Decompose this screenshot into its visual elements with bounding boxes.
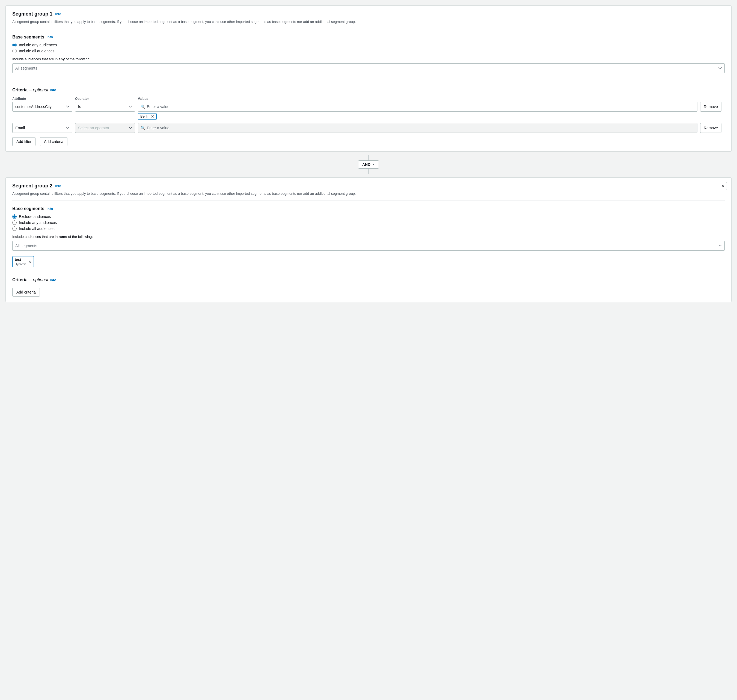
radio-include-all-2[interactable]: Include all audiences <box>12 226 725 231</box>
and-line-bottom <box>368 169 369 174</box>
base-segments-1-info-link[interactable]: Info <box>46 35 53 39</box>
value-input-wrapper-1: 🔍 <box>138 102 697 112</box>
remove-button-1[interactable]: Remove <box>700 102 721 112</box>
test-dynamic-tag-close[interactable]: ✕ <box>28 260 31 264</box>
and-chevron-icon: ▼ <box>372 163 375 166</box>
criteria-section-2: Criteria – optional Info Add criteria <box>12 273 725 297</box>
and-label: AND <box>362 162 370 167</box>
search-icon-2: 🔍 <box>141 126 145 130</box>
criteria-info-link-2[interactable]: Info <box>50 278 56 282</box>
search-icon-1: 🔍 <box>141 104 145 109</box>
and-connector: AND ▼ <box>6 151 731 177</box>
attribute-col-1: Attribute customerAddressCity <box>12 97 72 112</box>
remove-col-1: Remove <box>700 97 725 112</box>
radio-exclude-2-label: Exclude audiences <box>19 215 51 219</box>
radio-include-all-1-input[interactable] <box>12 49 17 53</box>
segment-group-2-header: Segment group 2 Info <box>12 183 725 189</box>
add-criteria-button-2[interactable]: Add criteria <box>12 288 40 297</box>
radio-exclude-2-input[interactable] <box>12 215 17 219</box>
remove-header-spacer <box>700 97 725 101</box>
values-header-1: Values <box>138 97 697 101</box>
test-dynamic-tag-name: test <box>15 257 27 262</box>
criteria-info-link-1[interactable]: Info <box>50 88 56 92</box>
value-input-wrapper-2: 🔍 <box>138 123 697 133</box>
radio-include-any-1[interactable]: Include any audiences <box>12 43 725 47</box>
radio-include-all-1[interactable]: Include all audiences <box>12 49 725 53</box>
add-filter-button-1[interactable]: Add filter <box>12 137 35 146</box>
operator-col-2: Select an operator <box>75 123 135 133</box>
operator-col-1: Operator Is <box>75 97 135 112</box>
radio-include-any-2[interactable]: Include any audiences <box>12 221 725 225</box>
base-segments-2-info-link[interactable]: Info <box>46 207 53 211</box>
segment-group-2-info-link[interactable]: Info <box>55 184 61 188</box>
segment-group-2-close-button[interactable]: × <box>719 182 727 190</box>
criteria-buttons-1: Add filter Add criteria <box>12 136 725 146</box>
base-segments-1-label: Base segments <box>12 35 44 40</box>
radio-include-all-2-input[interactable] <box>12 226 17 231</box>
and-line-top <box>368 155 369 160</box>
test-dynamic-tag: test Dynamic ✕ <box>12 256 34 267</box>
value-input-1[interactable] <box>138 102 697 112</box>
segment-group-2-title: Segment group 2 <box>12 183 52 189</box>
base-segments-2-radio-group: Exclude audiences Include any audiences … <box>12 215 725 231</box>
values-col-2: 🔍 <box>138 123 697 133</box>
include-label-2: Include audiences that are in none of th… <box>12 235 725 239</box>
operator-header-1: Operator <box>75 97 135 101</box>
berlin-tag-close[interactable]: ✕ <box>151 114 154 119</box>
berlin-tag-label: Berlin <box>140 114 149 118</box>
remove-button-2[interactable]: Remove <box>700 123 721 133</box>
value-input-2[interactable] <box>138 123 697 133</box>
segment-group-1: Segment group 1 Info A segment group con… <box>6 6 731 151</box>
attribute-select-1[interactable]: customerAddressCity <box>12 102 72 112</box>
criteria-title-1: Criteria – optional Info <box>12 88 725 93</box>
operator-select-1[interactable]: Is <box>75 102 135 112</box>
criteria-section-1: Criteria – optional Info Attribute custo… <box>12 83 725 146</box>
all-segments-dropdown-2[interactable]: All segments <box>12 241 725 251</box>
criteria-title-2: Criteria – optional Info <box>12 278 725 282</box>
radio-exclude-2[interactable]: Exclude audiences <box>12 215 725 219</box>
segment-group-1-title: Segment group 1 <box>12 11 52 17</box>
radio-include-all-1-label: Include all audiences <box>19 49 55 53</box>
base-segments-2-section-title: Base segments Info <box>12 206 725 211</box>
base-segments-2-label: Base segments <box>12 206 44 211</box>
radio-include-any-1-label: Include any audiences <box>19 43 57 47</box>
radio-include-any-2-label: Include any audiences <box>19 221 57 225</box>
attribute-select-2[interactable]: Email <box>12 123 72 133</box>
all-segments-dropdown-1[interactable]: All segments <box>12 63 725 73</box>
attribute-col-2: Email <box>12 123 72 133</box>
segment-group-2-description: A segment group contains filters that yo… <box>12 191 725 201</box>
segment-group-1-description: A segment group contains filters that yo… <box>12 19 725 29</box>
radio-include-any-1-input[interactable] <box>12 43 17 47</box>
berlin-tag: Berlin ✕ <box>138 113 157 120</box>
and-button[interactable]: AND ▼ <box>358 160 379 169</box>
test-dynamic-tag-sub: Dynamic <box>15 262 27 266</box>
filter-row-2: Email Select an operator 🔍 Remove <box>12 123 725 133</box>
values-col-1: Values 🔍 Berlin ✕ <box>138 97 697 120</box>
segment-group-1-header: Segment group 1 Info <box>12 11 725 17</box>
segment-group-1-info-link[interactable]: Info <box>55 12 61 16</box>
radio-include-any-2-input[interactable] <box>12 221 17 225</box>
base-segments-1-radio-group: Include any audiences Include all audien… <box>12 43 725 53</box>
include-label-1: Include audiences that are in any of the… <box>12 57 725 61</box>
remove-col-2: Remove <box>700 123 725 133</box>
base-segments-1-section-title: Base segments Info <box>12 35 725 40</box>
add-criteria-button-1[interactable]: Add criteria <box>40 137 68 146</box>
segment-group-2: Segment group 2 Info × A segment group c… <box>6 177 731 303</box>
filter-row-1: Attribute customerAddressCity Operator I… <box>12 97 725 120</box>
attribute-header-1: Attribute <box>12 97 72 101</box>
operator-select-2[interactable]: Select an operator <box>75 123 135 133</box>
test-dynamic-tag-text: test Dynamic <box>15 257 27 266</box>
radio-include-all-2-label: Include all audiences <box>19 226 55 231</box>
criteria-buttons-2: Add criteria <box>12 287 725 297</box>
